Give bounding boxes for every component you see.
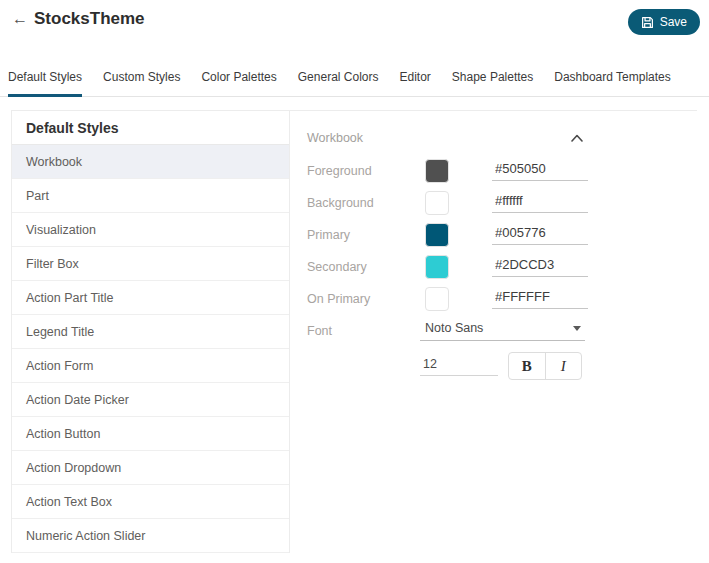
back-arrow-icon[interactable]: ← — [12, 10, 28, 28]
italic-button[interactable]: I — [545, 353, 582, 379]
primary-hex-input[interactable] — [492, 225, 588, 245]
sidebar-item-action-part-title[interactable]: Action Part Title — [12, 281, 289, 315]
tab-dashboard-templates[interactable]: Dashboard Templates — [554, 61, 671, 96]
workbook-section-title: Workbook — [307, 131, 569, 145]
bold-button[interactable]: B — [509, 353, 545, 379]
chevron-down-icon — [573, 326, 581, 331]
sidebar-item-visualization[interactable]: Visualization — [12, 213, 289, 247]
tab-editor[interactable]: Editor — [399, 61, 430, 96]
background-field-row: Background — [290, 187, 598, 219]
styles-list-heading: Default Styles — [12, 111, 289, 145]
font-size-input[interactable] — [420, 357, 498, 376]
font-label: Font — [307, 324, 420, 338]
tab-bar: Default Styles Custom Styles Color Palet… — [0, 61, 709, 97]
font-family-dropdown[interactable]: Noto Sans — [420, 321, 585, 341]
background-color-swatch[interactable] — [425, 191, 449, 215]
on-primary-color-swatch[interactable] — [425, 287, 449, 311]
primary-color-swatch[interactable] — [425, 223, 449, 247]
tab-color-palettes[interactable]: Color Palettes — [201, 61, 276, 96]
secondary-label: Secondary — [307, 260, 425, 274]
font-style-button-group: B I — [508, 352, 582, 380]
font-family-value: Noto Sans — [425, 321, 573, 335]
sidebar-item-filter-box[interactable]: Filter Box — [12, 247, 289, 281]
workbook-settings-panel: Workbook Foreground Background Primary S… — [290, 111, 598, 385]
workbook-section-header[interactable]: Workbook — [290, 121, 598, 155]
on-primary-hex-input[interactable] — [492, 289, 588, 309]
secondary-hex-input[interactable] — [492, 257, 588, 277]
primary-field-row: Primary — [290, 219, 598, 251]
chevron-up-icon[interactable] — [569, 132, 585, 144]
background-hex-input[interactable] — [492, 193, 588, 213]
sidebar-item-action-dropdown[interactable]: Action Dropdown — [12, 451, 289, 485]
background-label: Background — [307, 196, 425, 210]
sidebar-item-action-button[interactable]: Action Button — [12, 417, 289, 451]
font-size-row: B I — [290, 347, 598, 385]
page-title: StocksTheme — [34, 9, 145, 29]
tab-custom-styles[interactable]: Custom Styles — [103, 61, 180, 96]
sidebar-item-workbook[interactable]: Workbook — [12, 145, 289, 179]
secondary-field-row: Secondary — [290, 251, 598, 283]
save-button[interactable]: Save — [628, 9, 700, 35]
sidebar-item-action-text-box[interactable]: Action Text Box — [12, 485, 289, 519]
sidebar-item-legend-title[interactable]: Legend Title — [12, 315, 289, 349]
font-field-row: Font Noto Sans — [290, 315, 598, 347]
save-button-label: Save — [660, 15, 687, 29]
styles-list-panel: Default Styles Workbook Part Visualizati… — [11, 111, 290, 553]
save-floppy-icon — [641, 16, 654, 29]
on-primary-label: On Primary — [307, 292, 425, 306]
secondary-color-swatch[interactable] — [425, 255, 449, 279]
foreground-hex-input[interactable] — [492, 161, 588, 181]
sidebar-item-numeric-action-slider[interactable]: Numeric Action Slider — [12, 519, 289, 553]
primary-label: Primary — [307, 228, 425, 242]
sidebar-item-action-form[interactable]: Action Form — [12, 349, 289, 383]
tab-default-styles[interactable]: Default Styles — [8, 61, 82, 96]
foreground-label: Foreground — [307, 164, 425, 178]
on-primary-field-row: On Primary — [290, 283, 598, 315]
foreground-color-swatch[interactable] — [425, 159, 449, 183]
sidebar-item-part[interactable]: Part — [12, 179, 289, 213]
foreground-field-row: Foreground — [290, 155, 598, 187]
tab-shape-palettes[interactable]: Shape Palettes — [452, 61, 533, 96]
tab-general-colors[interactable]: General Colors — [298, 61, 379, 96]
sidebar-item-action-date-picker[interactable]: Action Date Picker — [12, 383, 289, 417]
